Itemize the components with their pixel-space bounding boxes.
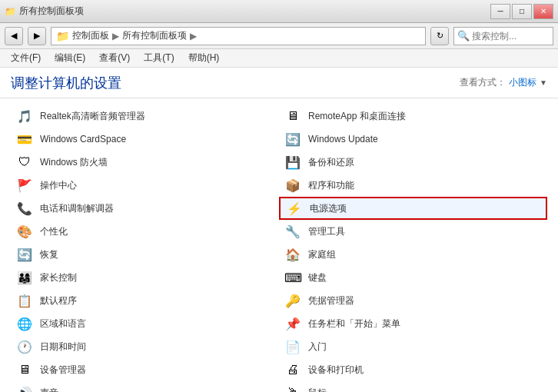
list-item[interactable]: 👨‍👩‍👧 家长控制 <box>11 266 279 289</box>
item-icon: 🖨 <box>284 360 302 379</box>
list-item[interactable]: 📦 程序和功能 <box>279 174 547 197</box>
item-icon: 🎨 <box>15 222 34 241</box>
item-icon: 🖥 <box>15 360 34 379</box>
path-arrow: ▶ <box>190 31 197 42</box>
item-icon: 👨‍👩‍👧 <box>15 268 34 287</box>
item-label: 日期和时间 <box>40 341 86 354</box>
close-button[interactable]: ✕ <box>533 4 553 19</box>
item-icon: ⌨ <box>284 268 302 287</box>
list-item[interactable]: 🌐 区域和语言 <box>11 312 279 335</box>
menu-help[interactable]: 帮助(H) <box>182 50 226 66</box>
item-label: 鼠标 <box>308 387 327 393</box>
view-mode: 查看方式： 小图标 ▼ <box>460 76 547 89</box>
search-input[interactable] <box>472 31 550 42</box>
list-item[interactable]: 🎵 Realtek高清晰音频管理器 <box>11 105 279 128</box>
item-label: RemoteApp 和桌面连接 <box>308 110 406 123</box>
list-item[interactable]: 🖥 RemoteApp 和桌面连接 <box>279 105 547 128</box>
forward-button[interactable]: ▶ <box>28 27 46 45</box>
menu-view[interactable]: 查看(V) <box>93 50 136 66</box>
list-item[interactable]: 🔧 管理工具 <box>279 220 547 243</box>
item-icon: 🚩 <box>15 176 34 194</box>
list-item[interactable]: 🖥 设备管理器 <box>11 358 279 381</box>
back-button[interactable]: ◀ <box>5 27 23 45</box>
item-icon: 📌 <box>284 314 302 333</box>
item-icon: 📋 <box>15 291 34 310</box>
item-label: Windows Update <box>308 134 378 145</box>
address-path[interactable]: 📁 控制面板 ▶ 所有控制面板项 ▶ <box>51 27 426 45</box>
list-item[interactable]: 🚩 操作中心 <box>11 174 279 197</box>
page-title: 调整计算机的设置 <box>11 74 121 92</box>
item-label: 入门 <box>308 341 327 354</box>
item-icon: 🎵 <box>15 107 34 125</box>
item-label: 设备和打印机 <box>308 364 364 377</box>
list-item[interactable]: 📋 默认程序 <box>11 289 279 312</box>
list-item[interactable]: 🛡 Windows 防火墙 <box>11 151 279 174</box>
item-label: 电话和调制解调器 <box>40 202 114 215</box>
list-item[interactable]: 💳 Windows CardSpace <box>11 128 279 151</box>
item-icon: 🔧 <box>284 222 302 241</box>
item-label: 区域和语言 <box>40 317 86 331</box>
path-part-1: 控制面板 <box>72 29 109 42</box>
refresh-button[interactable]: ↻ <box>430 27 449 45</box>
item-label: 管理工具 <box>308 225 345 238</box>
item-icon: 🔄 <box>15 245 34 264</box>
items-grid: 🎵 Realtek高清晰音频管理器 🖥 RemoteApp 和桌面连接 💳 Wi… <box>11 105 547 392</box>
item-label: 声音 <box>40 387 58 393</box>
maximize-button[interactable]: □ <box>512 4 532 19</box>
item-label: 恢复 <box>40 248 58 261</box>
address-bar: ◀ ▶ 📁 控制面板 ▶ 所有控制面板项 ▶ ↻ 🔍 <box>0 23 558 49</box>
item-icon: 💾 <box>284 153 302 171</box>
item-label: 默认程序 <box>40 294 77 307</box>
item-label: 个性化 <box>40 225 68 238</box>
item-icon: 🛡 <box>15 153 34 171</box>
item-icon: 🕐 <box>15 337 34 356</box>
window-title: 所有控制面板项 <box>19 5 84 18</box>
page-header: 调整计算机的设置 查看方式： 小图标 ▼ <box>0 68 558 98</box>
list-item[interactable]: 🔄 Windows Update <box>279 128 547 151</box>
path-icon: 📁 <box>56 30 69 42</box>
item-icon: 🖱 <box>284 384 302 392</box>
list-item[interactable]: 🖱 鼠标 <box>279 381 547 392</box>
item-icon: 🖥 <box>284 107 302 125</box>
view-mode-dropdown[interactable]: ▼ <box>540 78 547 87</box>
list-item[interactable]: 📞 电话和调制解调器 <box>11 197 279 220</box>
list-item[interactable]: 🏠 家庭组 <box>279 243 547 266</box>
menu-edit[interactable]: 编辑(E) <box>48 50 91 66</box>
item-icon: 🔊 <box>15 384 34 392</box>
item-label: Windows CardSpace <box>40 134 126 145</box>
list-item[interactable]: ⌨ 键盘 <box>279 266 547 289</box>
list-item[interactable]: ⚡ 电源选项 <box>279 197 547 220</box>
search-box[interactable]: 🔍 <box>453 27 553 45</box>
item-icon: 🔄 <box>284 130 302 148</box>
item-label: Windows 防火墙 <box>40 156 108 169</box>
list-item[interactable]: 🕐 日期和时间 <box>11 335 279 358</box>
item-label: 程序和功能 <box>308 179 354 192</box>
item-label: 设备管理器 <box>40 364 86 377</box>
list-item[interactable]: 🔄 恢复 <box>11 243 279 266</box>
minimize-button[interactable]: ─ <box>490 4 510 19</box>
items-container: 🎵 Realtek高清晰音频管理器 🖥 RemoteApp 和桌面连接 💳 Wi… <box>0 98 558 392</box>
item-icon: 📞 <box>15 199 34 218</box>
menu-tools[interactable]: 工具(T) <box>138 50 180 66</box>
view-mode-value[interactable]: 小图标 <box>509 76 536 89</box>
list-item[interactable]: 🖨 设备和打印机 <box>279 358 547 381</box>
title-bar-controls: ─ □ ✕ <box>490 4 553 19</box>
item-icon: 📄 <box>284 337 302 356</box>
item-icon: 💳 <box>15 130 34 148</box>
path-part-2: 所有控制面板项 <box>122 29 187 42</box>
item-label: 凭据管理器 <box>308 294 354 307</box>
list-item[interactable]: 🎨 个性化 <box>11 220 279 243</box>
list-item[interactable]: 🔑 凭据管理器 <box>279 289 547 312</box>
list-item[interactable]: 🔊 声音 <box>11 381 279 392</box>
item-icon: 📦 <box>284 176 302 194</box>
item-label: 任务栏和「开始」菜单 <box>308 317 400 331</box>
view-mode-label: 查看方式： <box>460 76 506 89</box>
item-label: 操作中心 <box>40 179 77 192</box>
list-item[interactable]: 💾 备份和还原 <box>279 151 547 174</box>
item-label: 备份和还原 <box>308 156 354 169</box>
list-item[interactable]: 📌 任务栏和「开始」菜单 <box>279 312 547 335</box>
path-separator: ▶ <box>112 31 119 42</box>
menu-file[interactable]: 文件(F) <box>5 50 47 66</box>
list-item[interactable]: 📄 入门 <box>279 335 547 358</box>
item-label: Realtek高清晰音频管理器 <box>40 110 145 123</box>
